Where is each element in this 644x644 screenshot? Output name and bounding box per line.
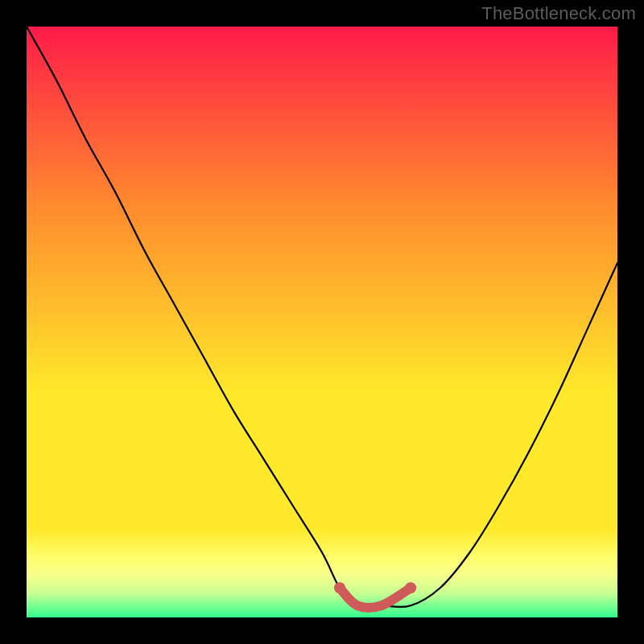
- optimal-band-endpoint: [405, 582, 416, 593]
- chart-container: TheBottleneck.com: [0, 0, 644, 644]
- chart-svg: [27, 27, 617, 617]
- watermark-text: TheBottleneck.com: [481, 3, 636, 24]
- optimal-band-endpoint: [334, 582, 345, 593]
- plot-area: [27, 27, 617, 617]
- chart-background: [27, 27, 617, 617]
